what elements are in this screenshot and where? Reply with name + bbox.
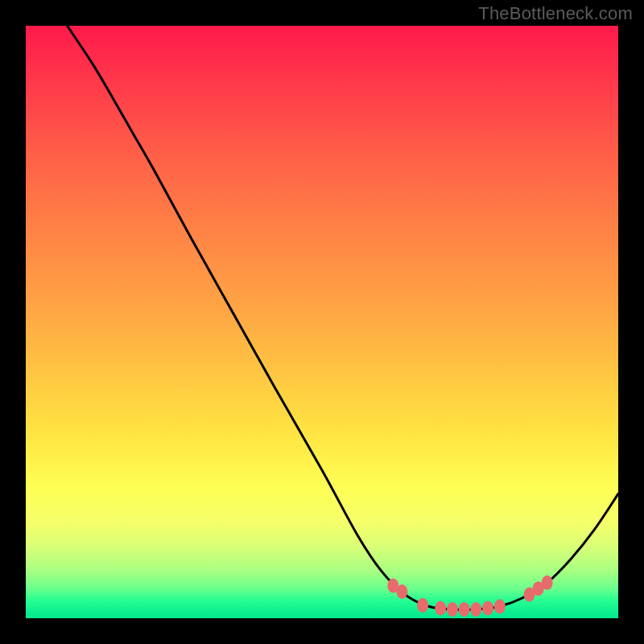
chart-frame: TheBottleneck.com — [0, 0, 644, 644]
curve-marker — [470, 602, 481, 617]
plot-area — [26, 26, 618, 618]
curve-marker — [542, 576, 553, 590]
bottleneck-curve-line — [68, 26, 618, 609]
curve-marker — [417, 598, 428, 613]
chart-svg — [26, 26, 618, 618]
curve-marker — [482, 601, 493, 615]
curve-marker — [494, 599, 506, 613]
curve-marker — [459, 602, 470, 617]
curve-marker — [435, 601, 446, 615]
curve-marker — [396, 584, 407, 599]
curve-marker — [447, 602, 458, 617]
watermark-text: TheBottleneck.com — [478, 3, 633, 24]
